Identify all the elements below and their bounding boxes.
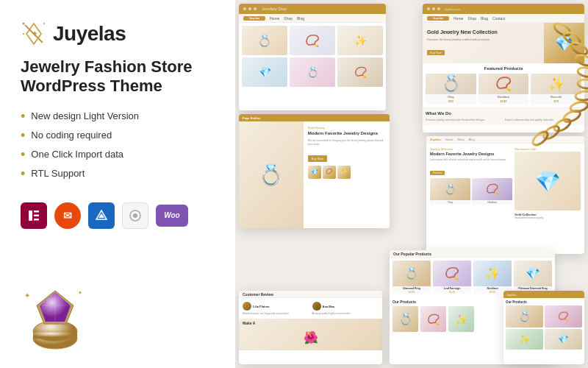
make-a-section: Make A 🌺 (239, 319, 382, 350)
product-grid-featured: 💍 Ring $99 📿 Necklace $149 ✨ Bracelet $7… (426, 74, 581, 105)
badges-row: ✉ Woo (21, 202, 215, 229)
svg-rect-7 (34, 214, 39, 216)
feature-3: One Click Import data (21, 148, 215, 161)
h-dot-1 (427, 7, 430, 10)
svg-point-12 (133, 213, 137, 218)
avatar-1 (243, 302, 251, 311)
svg-text:✦: ✦ (78, 290, 82, 295)
logo-icon: ✦ (21, 21, 47, 47)
svg-rect-6 (34, 210, 39, 213)
hero-image: 💎 (544, 23, 584, 63)
hero-text: Gold Jewelry New Collection Discover the… (423, 25, 544, 60)
mock-hero-section: Gold Jewelry New Collection Discover the… (423, 23, 584, 63)
selection-right: Handmade Craft 💎 Gold Collection Handcra… (514, 147, 581, 220)
feature-4: RTL Support (21, 167, 215, 180)
modern-image: 💍 (239, 121, 304, 228)
screenshot-small: Juyelas Our Products 💍 📿 ✨ 💎 (503, 291, 584, 364)
ring-decoration: ✦ ✦ (21, 283, 215, 353)
mock-header-hero: juyelas.com (423, 4, 584, 14)
svg-point-3 (23, 33, 24, 35)
left-panel: ✦ Juyelas Jewelry Fashion Store WordPres… (0, 0, 235, 368)
brand-name: Juyelas (53, 22, 126, 46)
selection-left: Jewelry Selection Modern Favorite Jewelr… (430, 147, 512, 220)
features-list: New design Light Version No coding requi… (21, 110, 215, 186)
h-dot-2 (432, 7, 435, 10)
dot-2 (248, 7, 251, 10)
screenshot-shop: Jewellery Shop Juyelas Home Shop Blog 💍 … (239, 4, 386, 110)
svg-rect-15 (33, 331, 77, 339)
selection-products: 💍 Ring 📿 Necklace (430, 178, 512, 205)
mock-nav-hero: Juyelas Home Shop Blog Contact (423, 14, 584, 23)
badge-child (122, 202, 148, 229)
avatar-2 (312, 302, 321, 311)
svg-text:✦: ✦ (31, 29, 38, 39)
popular-3: ✨ Necklace $199 (473, 261, 512, 294)
svg-text:✦: ✦ (24, 291, 30, 300)
dot-3 (254, 7, 257, 10)
svg-point-2 (43, 23, 45, 24)
screenshot-selection: Juyelas Home Shop Blog Jewelry Selection… (426, 136, 584, 254)
screenshot-hero: juyelas.com Juyelas Home Shop Blog Conta… (423, 4, 584, 132)
product-bracelet: ✨ Bracelet $79 (531, 74, 581, 105)
logo-area: ✦ Juyelas (21, 21, 215, 47)
badge-elementor (21, 202, 47, 229)
product-ring: 💍 Ring $99 (426, 74, 476, 105)
selection-content: Jewelry Selection Modern Favorite Jewelr… (426, 144, 584, 224)
svg-rect-5 (29, 210, 32, 221)
screenshot-review: Customer Review Lilia Platner Beautiful … (239, 291, 382, 364)
popular-2: 📿 Leaf Earrings $149 (433, 261, 471, 294)
mock-nav: Juyelas Home Shop Blog (239, 14, 386, 23)
badge-visual-composer (88, 202, 115, 229)
theme-title: Jewelry Fashion Store WordPress Theme (21, 57, 215, 96)
mock-header-bar: Jewellery Shop (239, 4, 386, 14)
svg-rect-8 (34, 219, 39, 221)
review-2: Ana Maa Amazing quality! Highly recommen… (312, 302, 379, 315)
modern-header: Page Builder (239, 114, 390, 121)
popular-header: Our Popular Products (390, 250, 555, 258)
product-necklace: 📿 Necklace $149 (478, 74, 529, 105)
review-content: Lilia Platner Beautiful jewelry, very ha… (239, 298, 382, 319)
review-header: Customer Review (239, 291, 382, 298)
shop-products: 💍 📿 ✨ 💎 💍 📿 (239, 23, 386, 90)
badge-mailchimp: ✉ (54, 202, 81, 229)
selection-nav: Juyelas Home Shop Blog (426, 136, 584, 144)
screenshot-grid: Jewellery Shop Juyelas Home Shop Blog 💍 … (235, 0, 588, 368)
dot-1 (243, 7, 246, 10)
small-header: Juyelas (503, 291, 584, 298)
svg-point-1 (23, 23, 25, 25)
badge-woocommerce: Woo (156, 205, 188, 227)
review-1: Lilia Platner Beautiful jewelry, very ha… (243, 302, 309, 315)
popular-4: 💎 Platinum Diamond Ring $599 (514, 261, 552, 294)
feature-1: New design Light Version (21, 110, 215, 123)
small-content: Our Products 💍 📿 ✨ 💎 (503, 298, 584, 352)
featured-products: Featured Products 💍 Ring $99 📿 Necklace … (423, 63, 584, 107)
popular-1: 💍 Diamond Ring $299 (392, 261, 431, 294)
right-panel: Jewellery Shop Juyelas Home Shop Blog 💍 … (235, 0, 588, 368)
feature-2: No coding required (21, 129, 215, 142)
what-we-do-section: What We Do Premium jewelry selection wit… (423, 107, 584, 125)
screenshot-modern: Page Builder 💍 Right Beauty Modern Favor… (239, 114, 390, 228)
modern-thumbnails: 💎 📿 ✨ (308, 166, 385, 179)
h-dot-3 (437, 7, 440, 10)
modern-content: 💍 Right Beauty Modern Favorite Jewelry D… (239, 121, 390, 228)
modern-text: Right Beauty Modern Favorite Jewelry Des… (304, 121, 390, 228)
